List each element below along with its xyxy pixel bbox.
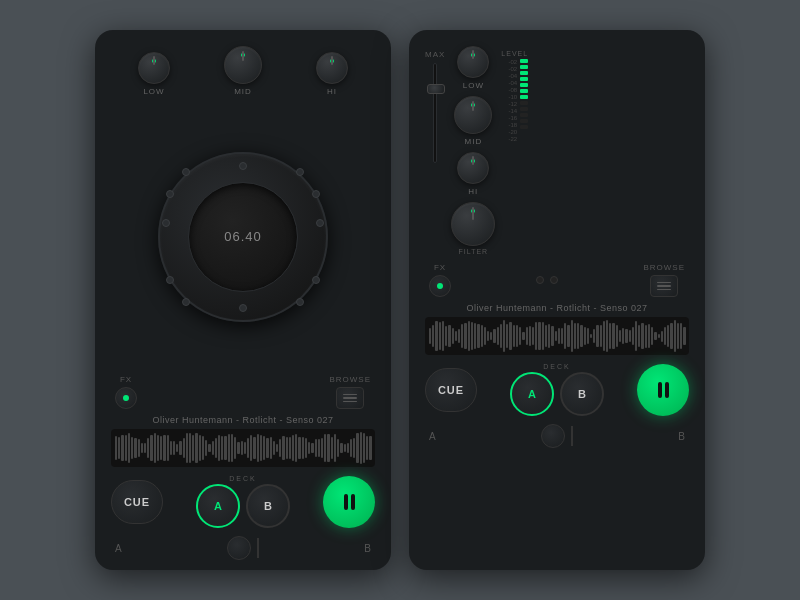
waveform-bar <box>266 438 268 458</box>
cue-button-right[interactable]: CUE <box>425 368 477 412</box>
waveform-bar <box>584 327 586 345</box>
mid-knob-right[interactable] <box>454 96 492 134</box>
waveform-bar <box>292 435 294 462</box>
waveform-bar <box>439 322 441 351</box>
a-label-left: A <box>115 543 122 554</box>
waveform-bar <box>125 435 127 460</box>
waveform-bar <box>134 438 136 457</box>
waveform-bar <box>538 322 540 350</box>
fx-button-right[interactable] <box>429 275 451 297</box>
transport-row-right: CUE DECK A B <box>425 363 689 416</box>
waveform-bar <box>356 433 358 463</box>
low-knob-dot <box>152 59 156 63</box>
waveform-bar <box>629 330 631 343</box>
jog-dot <box>182 168 190 176</box>
waveform-bar <box>234 437 236 459</box>
waveform-bar <box>632 327 634 345</box>
waveform-bar <box>545 325 547 346</box>
mid-label: MID <box>234 87 252 96</box>
browse-label-right: BROWSE <box>643 263 685 272</box>
jog-dot <box>312 276 320 284</box>
browse-button-left[interactable] <box>336 387 364 409</box>
browse-line <box>657 285 671 287</box>
jog-dot <box>239 304 247 312</box>
waveform-bar <box>587 328 589 343</box>
waveform-bar <box>519 327 521 345</box>
browse-line <box>343 401 357 403</box>
low-knob[interactable] <box>138 52 170 84</box>
waveform-bar <box>173 441 175 455</box>
a-label-right: A <box>429 431 436 442</box>
crossfader-knob-left[interactable] <box>227 536 251 560</box>
waveform-bar <box>144 443 146 454</box>
eq-knobs-right: LOW MID HI <box>451 46 495 255</box>
waveform-bar <box>522 332 524 340</box>
waveform-bar <box>481 325 483 347</box>
waveform-bar <box>619 330 621 342</box>
max-fader[interactable] <box>433 63 437 163</box>
waveform-bar <box>596 325 598 347</box>
mid-knob[interactable] <box>224 46 262 84</box>
waveform-bar <box>490 332 492 340</box>
browse-line <box>343 394 357 396</box>
jog-dot <box>312 190 320 198</box>
fx-browse-row-left: FX BROWSE <box>111 375 375 409</box>
play-button-left[interactable] <box>323 476 375 528</box>
fx-button-left[interactable] <box>115 387 137 409</box>
waveform-bar <box>202 436 204 459</box>
time-display: 06.40 <box>224 229 262 244</box>
waveform-bar <box>321 438 323 458</box>
level-number: -16 <box>508 115 517 121</box>
filter-knob[interactable] <box>451 202 495 246</box>
crossfader-right <box>436 424 679 448</box>
waveform-bar <box>442 321 444 351</box>
crossfader-knob-right[interactable] <box>541 424 565 448</box>
waveform-bar <box>429 328 431 345</box>
waveform-bar <box>160 436 162 460</box>
waveform-bar <box>157 435 159 462</box>
waveform-bar <box>228 434 230 463</box>
jog-dot <box>316 219 324 227</box>
b-label-right: B <box>678 431 685 442</box>
meter-segment <box>520 119 528 123</box>
waveform-bar <box>683 327 685 346</box>
waveform-bar <box>535 322 537 350</box>
cue-button-left[interactable]: CUE <box>111 480 163 524</box>
waveform-bar <box>189 433 191 463</box>
level-number: -22 <box>508 136 517 142</box>
meter-segment <box>520 59 528 63</box>
waveform-bar <box>474 323 476 350</box>
waveform-bar <box>150 435 152 460</box>
browse-button-right[interactable] <box>650 275 678 297</box>
waveform-bar <box>318 439 320 456</box>
waveform-bar <box>645 325 647 348</box>
waveform-bar <box>260 435 262 461</box>
deck-b-button-left[interactable]: B <box>246 484 290 528</box>
waveform-bar <box>497 327 499 344</box>
pause-bar <box>344 494 348 510</box>
waveform-bar <box>571 320 573 352</box>
waveform-bar <box>551 326 553 347</box>
waveform-bar <box>513 325 515 348</box>
filter-knob-group: FILTER <box>451 202 495 255</box>
waveform-bar <box>327 434 329 462</box>
low-knob-right[interactable] <box>457 46 489 78</box>
play-button-right[interactable] <box>637 364 689 416</box>
fx-label-right: FX <box>434 263 446 272</box>
waveform-bar <box>503 320 505 352</box>
hi-knob[interactable] <box>316 52 348 84</box>
waveform-bar <box>363 433 365 463</box>
waveform-bar <box>118 437 120 459</box>
waveform-bar <box>638 325 640 348</box>
fader-handle[interactable] <box>427 84 445 94</box>
waveform-bar <box>555 331 557 341</box>
deck-a-button-right[interactable]: A <box>510 372 554 416</box>
meter-segment <box>520 107 528 111</box>
jog-wheel-left[interactable]: 06.40 <box>158 152 328 322</box>
waveform-bar <box>635 321 637 351</box>
hi-knob-right[interactable] <box>457 152 489 184</box>
waveform-bar <box>195 433 197 462</box>
waveform-bar <box>231 434 233 463</box>
deck-b-button-right[interactable]: B <box>560 372 604 416</box>
deck-a-button-left[interactable]: A <box>196 484 240 528</box>
